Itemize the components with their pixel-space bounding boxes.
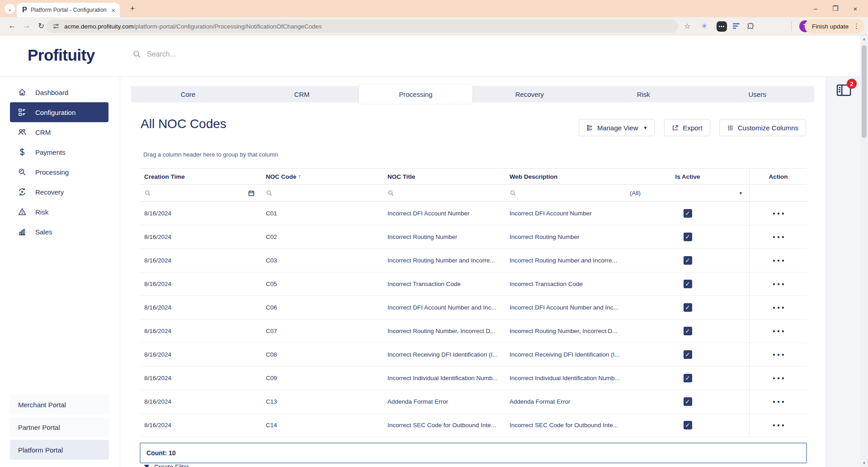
calendar-icon[interactable] <box>248 190 255 197</box>
filter-web-description[interactable] <box>506 185 626 201</box>
merchant-portal-link[interactable]: Merchant Portal <box>10 395 109 415</box>
app-logo[interactable]: Profituity <box>28 46 95 64</box>
is-active-checkbox[interactable]: ✓ <box>684 256 692 265</box>
forward-icon[interactable]: → <box>22 21 32 30</box>
column-header-noc-title[interactable]: NOC Title <box>384 169 506 184</box>
table-row: 8/16/2024C14Incorrect SEC Code for Outbo… <box>141 414 807 437</box>
extension-dots-icon[interactable]: ••• <box>717 21 727 32</box>
search-placeholder: Search... <box>147 50 176 58</box>
cell-action <box>749 272 807 295</box>
window-close-icon[interactable]: × <box>845 0 865 17</box>
is-active-checkbox[interactable]: ✓ <box>684 233 692 241</box>
address-bar[interactable]: acme.demo.profituity.com/platform-portal… <box>46 19 678 33</box>
is-active-checkbox[interactable]: ✓ <box>684 374 692 382</box>
window-minimize-icon[interactable]: − <box>806 0 826 17</box>
extension-snowflake-icon[interactable]: ✳ <box>701 22 707 30</box>
customize-columns-icon <box>727 124 734 131</box>
bookmark-star-icon[interactable]: ☆ <box>684 22 690 30</box>
sidebar-item-dashboard[interactable]: Dashboard <box>10 82 108 102</box>
scroll-down-icon[interactable]: ▼ <box>860 459 868 467</box>
row-actions-menu-icon[interactable] <box>773 330 784 332</box>
search-icon <box>509 190 516 196</box>
cell-creation-time: 8/16/2024 <box>141 390 262 413</box>
extension-bars-icon[interactable] <box>733 23 740 29</box>
row-actions-menu-icon[interactable] <box>773 260 784 262</box>
finish-update-button[interactable]: Finish update ⋮ <box>805 19 864 33</box>
cell-action <box>749 367 807 390</box>
sidebar-item-crm[interactable]: CRM <box>10 122 108 142</box>
app-header: Profituity Search... AD <box>0 35 860 77</box>
is-active-checkbox[interactable]: ✓ <box>684 327 692 335</box>
browser-tab-title: Platform Portal - Configuration <box>31 7 108 13</box>
page-scrollbar[interactable]: ▲ ▼ <box>860 35 868 467</box>
tab-recovery[interactable]: Recovery <box>472 86 586 102</box>
filter-noc-title[interactable] <box>384 185 506 201</box>
is-active-checkbox[interactable]: ✓ <box>684 397 692 406</box>
scrollbar-thumb[interactable] <box>862 45 867 138</box>
column-header-creation-time[interactable]: Creation Time <box>141 169 262 184</box>
is-active-checkbox[interactable]: ✓ <box>684 421 692 429</box>
window-restore-icon[interactable]: ❐ <box>826 0 845 17</box>
partner-portal-link[interactable]: Partner Portal <box>10 417 109 437</box>
scroll-up-icon[interactable]: ▲ <box>860 35 868 43</box>
column-header-noc-code[interactable]: NOC Code↑ <box>262 169 384 184</box>
row-actions-menu-icon[interactable] <box>773 377 784 379</box>
tab-core[interactable]: Core <box>131 86 245 102</box>
side-panel-button[interactable]: 2 <box>835 83 852 98</box>
main-content: CoreCRMProcessingRecoveryRiskUsers All N… <box>120 77 826 467</box>
column-header-is-active[interactable]: Is Active <box>626 169 749 184</box>
sidebar-item-risk[interactable]: Risk <box>10 202 108 222</box>
export-button[interactable]: Export <box>664 119 710 136</box>
sidebar-item-recovery[interactable]: Recovery <box>10 182 108 202</box>
people-icon <box>18 128 27 137</box>
filter-creation-time[interactable] <box>141 185 262 201</box>
browser-tab[interactable]: P Platform Portal - Configuration × <box>17 3 120 17</box>
extensions-puzzle-icon[interactable] <box>746 22 755 30</box>
site-settings-icon[interactable] <box>52 23 60 30</box>
row-actions-menu-icon[interactable] <box>773 401 784 403</box>
table-row: 8/16/2024C13Addenda Format ErrorAddenda … <box>141 390 807 414</box>
row-actions-menu-icon[interactable] <box>773 236 784 238</box>
cell-noc-code: C06 <box>262 296 384 319</box>
cell-is-active: ✓ <box>626 414 749 437</box>
is-active-checkbox[interactable]: ✓ <box>684 280 692 288</box>
row-actions-menu-icon[interactable] <box>773 213 784 214</box>
row-actions-menu-icon[interactable] <box>773 307 784 309</box>
cell-noc-title: Addenda Format Error <box>384 390 506 413</box>
sidebar-item-sales[interactable]: Sales <box>10 222 108 242</box>
tab-risk[interactable]: Risk <box>586 86 700 102</box>
platform-portal-link[interactable]: Platform Portal <box>10 440 109 460</box>
is-active-checkbox[interactable]: ✓ <box>684 350 692 359</box>
reload-icon[interactable]: ↻ <box>36 21 46 31</box>
cell-is-active: ✓ <box>626 202 749 225</box>
row-actions-menu-icon[interactable] <box>773 424 784 426</box>
row-actions-menu-icon[interactable] <box>773 283 784 285</box>
create-filter-button[interactable]: Create Filter <box>143 463 189 467</box>
is-active-checkbox[interactable]: ✓ <box>684 209 692 218</box>
filter-is-active-dropdown[interactable]: (All) ▼ <box>626 185 749 201</box>
sidebar-item-payments[interactable]: Payments <box>10 142 108 162</box>
cell-is-active: ✓ <box>626 225 749 248</box>
sidebar-item-label: Payments <box>35 148 66 156</box>
sidebar-item-processing[interactable]: Processing <box>10 162 108 182</box>
is-active-checkbox[interactable]: ✓ <box>684 303 692 312</box>
search-input[interactable]: Search... <box>132 50 176 58</box>
sidebar-item-configuration[interactable]: Configuration <box>10 102 108 122</box>
search-icon <box>144 190 151 196</box>
new-tab-button[interactable]: + <box>127 4 137 14</box>
browser-menu-kebab-icon[interactable]: ⋮ <box>853 22 860 30</box>
cell-noc-code: C14 <box>262 414 384 437</box>
tab-close-icon[interactable]: × <box>111 7 115 14</box>
row-actions-menu-icon[interactable] <box>773 354 784 356</box>
manage-view-button[interactable]: Manage View ▼ <box>579 119 656 136</box>
tab-users[interactable]: Users <box>700 86 814 102</box>
tab-processing[interactable]: Processing <box>359 85 473 104</box>
column-header-web-description[interactable]: Web Description <box>506 169 626 184</box>
cell-noc-code: C13 <box>262 390 384 413</box>
customize-columns-button[interactable]: Customize Columns <box>719 119 806 136</box>
tab-search-chevron-icon[interactable]: ⌄ <box>5 4 15 14</box>
sidebar-item-label: Configuration <box>35 109 75 116</box>
tab-crm[interactable]: CRM <box>245 86 359 102</box>
back-icon[interactable]: ← <box>7 21 17 30</box>
filter-noc-code[interactable] <box>262 185 384 201</box>
